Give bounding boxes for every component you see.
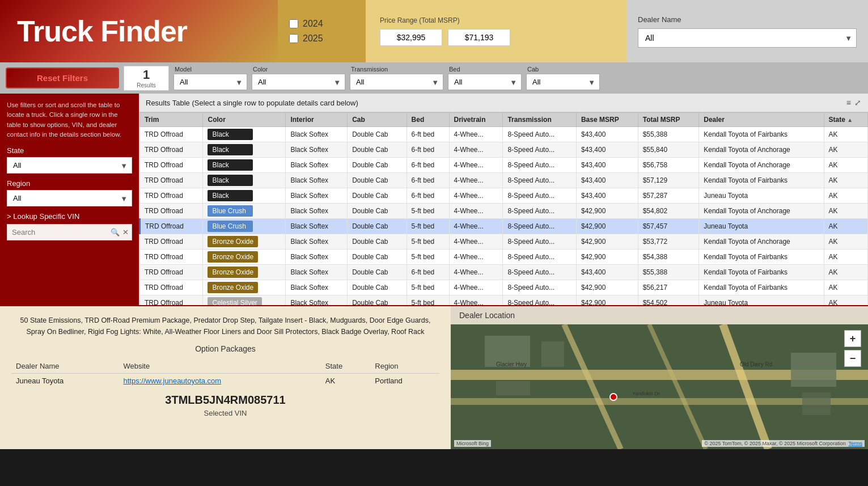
state-filter-label: State [7,146,132,155]
table-row[interactable]: TRD Offroad Black Black Softex Double Ca… [140,188,868,204]
table-row[interactable]: TRD Offroad Blue Crush Black Softex Doub… [140,219,868,234]
cell-interior: Black Softex [286,188,348,204]
col-header-state[interactable]: State ▲ [824,113,868,127]
col-header-cab[interactable]: Cab [348,113,407,127]
cab-select[interactable]: All [526,74,600,90]
year-filter-section: 2024 2025 [278,0,366,62]
search-icon: 🔍 [111,228,120,236]
table-row[interactable]: TRD Offroad Bronze Oxide Black Softex Do… [140,265,868,280]
cell-cab: Double Cab [348,127,407,142]
cell-drivetrain: 4-Whee... [449,280,503,295]
color-select-wrapper: All ▼ [252,74,345,90]
table-row[interactable]: TRD Offroad Black Black Softex Double Ca… [140,142,868,158]
dealer-col-name: Dealer Name [11,359,118,374]
year-2024-checkbox[interactable] [289,19,298,28]
state-select[interactable]: All [7,157,132,174]
year-2024-option[interactable]: 2024 [289,19,354,29]
cell-base-msrp: $42,900 [576,219,638,234]
table-header-row: Trim Color Interior Cab Bed Drivetrain T… [140,113,868,127]
color-select[interactable]: All [252,74,345,90]
col-header-interior[interactable]: Interior [286,113,348,127]
cell-bed: 6-ft bed [407,173,449,188]
cell-transmission: 8-Speed Auto... [503,127,577,142]
dealer-website-cell[interactable]: https://www.juneautoyota.com [118,374,320,388]
table-expand-icon[interactable]: ⤢ [854,98,861,107]
table-row[interactable]: TRD Offroad Black Black Softex Double Ca… [140,158,868,173]
price-max-input[interactable] [448,29,510,46]
app-title-section: Truck Finder [0,0,278,62]
dealer-name-select[interactable]: All [638,28,857,48]
cell-cab: Double Cab [348,219,407,234]
region-select[interactable]: All [7,190,132,206]
transmission-filter-label: Transmission [350,66,388,73]
year-2025-checkbox[interactable] [289,34,298,43]
dealer-name-cell: Juneau Toyota [11,374,118,388]
dealer-col-region: Region [370,359,439,374]
cell-state: AK [824,234,868,250]
table-scroll-area[interactable]: Trim Color Interior Cab Bed Drivetrain T… [139,112,868,305]
dealer-table-body: Juneau Toyota https://www.juneautoyota.c… [11,374,439,388]
cell-cab: Double Cab [348,158,407,173]
cell-interior: Black Softex [286,204,348,219]
map-terms-link[interactable]: Terms [849,441,863,446]
table-row[interactable]: TRD Offroad Black Black Softex Double Ca… [140,173,868,188]
clear-search-icon[interactable]: ✕ [122,228,129,236]
map-logo: Microsoft Bing [454,440,491,447]
price-min-input[interactable] [380,29,442,46]
cell-interior: Black Softex [286,158,348,173]
sidebar: Use filters or sort and scroll the table… [0,94,139,305]
table-row[interactable]: TRD Offroad Bronze Oxide Black Softex Do… [140,234,868,250]
bed-select[interactable]: All [448,74,522,90]
cell-transmission: 8-Speed Auto... [503,188,577,204]
transmission-select[interactable]: All [350,74,443,90]
state-sort-icon: ▲ [847,117,853,123]
cell-cab: Double Cab [348,188,407,204]
table-row[interactable]: TRD Offroad Bronze Oxide Black Softex Do… [140,250,868,265]
vin-search-wrap: 🔍 ✕ [7,224,132,240]
cell-base-msrp: $42,900 [576,250,638,265]
transmission-select-wrapper: All ▼ [350,74,443,90]
year-2025-option[interactable]: 2025 [289,33,354,44]
cell-total-msrp: $56,217 [638,280,699,295]
col-header-total-msrp[interactable]: Total MSRP [638,113,699,127]
cab-filter-group: Cab All ▼ [526,66,600,90]
cell-interior: Black Softex [286,219,348,234]
map-zoom-in-button[interactable]: + [844,330,861,347]
col-header-dealer[interactable]: Dealer [699,113,824,127]
table-row[interactable]: TRD Offroad Celestial Silver Black Softe… [140,295,868,306]
table-row[interactable]: TRD Offroad Bronze Oxide Black Softex Do… [140,280,868,295]
region-filter-label: Region [7,179,132,188]
table-row[interactable]: TRD Offroad Blue Crush Black Softex Doub… [140,204,868,219]
table-filter-icon[interactable]: ≡ [846,98,851,107]
col-header-color[interactable]: Color [203,113,286,127]
col-header-trim[interactable]: Trim [140,113,203,127]
dealer-table-head: Dealer Name Website State Region [11,359,439,374]
cell-drivetrain: 4-Whee... [449,295,503,306]
cell-dealer: Kendall Toyota of Fairbanks [699,250,824,265]
col-header-transmission[interactable]: Transmission [503,113,577,127]
results-label: Results [137,82,155,88]
col-header-base-msrp[interactable]: Base MSRP [576,113,638,127]
cell-drivetrain: 4-Whee... [449,158,503,173]
map-placeholder[interactable]: Glacier Hwy Old Dairy Rd Yandukin Dr + −… [451,324,868,449]
cell-transmission: 8-Speed Auto... [503,142,577,158]
dealer-website-link[interactable]: https://www.juneautoyota.com [123,377,221,385]
cell-drivetrain: 4-Whee... [449,173,503,188]
table-title: Results Table (Select a single row to po… [146,99,358,107]
col-header-bed[interactable]: Bed [407,113,449,127]
cell-trim: TRD Offroad [140,219,203,234]
reset-filters-button[interactable]: Reset Filters [6,67,119,88]
cell-base-msrp: $43,400 [576,173,638,188]
col-header-drivetrain[interactable]: Drivetrain [449,113,503,127]
cell-color: Black [203,173,286,188]
price-inputs [380,29,612,46]
model-select[interactable]: All [173,74,247,90]
cell-trim: TRD Offroad [140,265,203,280]
map-zoom-out-button[interactable]: − [844,350,861,367]
table-row[interactable]: TRD Offroad Black Black Softex Double Ca… [140,127,868,142]
cell-transmission: 8-Speed Auto... [503,204,577,219]
map-attribution-text: © 2025 TomTom, © 2025 Maxar, © 2025 Micr… [704,441,845,446]
cell-drivetrain: 4-Whee... [449,127,503,142]
cell-bed: 5-ft bed [407,280,449,295]
vin-lookup-toggle[interactable]: > Lookup Specific VIN [7,212,132,221]
